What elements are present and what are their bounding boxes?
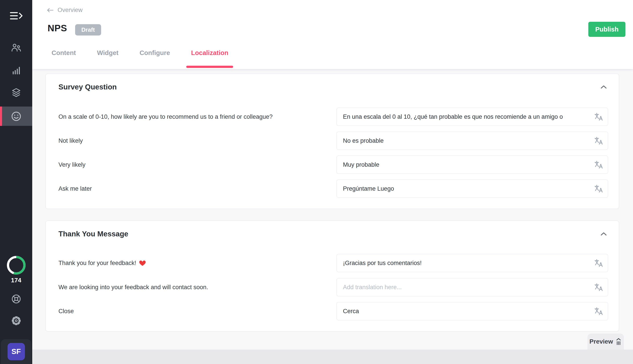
usage-progress-ring[interactable] bbox=[0, 256, 32, 275]
users-icon bbox=[11, 42, 22, 54]
survey-question-card: Survey Question On a scale of 0-10, how … bbox=[46, 74, 619, 209]
thank-you-card: Thank You Message Thank you for your fee… bbox=[46, 220, 619, 331]
tab-configure[interactable]: Configure bbox=[140, 49, 170, 70]
section-title: Thank You Message bbox=[59, 230, 128, 238]
source-text-label: Very likely bbox=[59, 161, 86, 168]
gear-settings-icon bbox=[11, 315, 22, 326]
translation-input[interactable] bbox=[336, 254, 608, 272]
translation-row: Not likely bbox=[59, 132, 608, 150]
translate-icon[interactable] bbox=[594, 258, 604, 268]
tab-localization[interactable]: Localization bbox=[191, 49, 229, 70]
avatar[interactable]: SF bbox=[8, 343, 25, 360]
translate-icon[interactable] bbox=[594, 112, 604, 122]
translate-icon[interactable] bbox=[594, 282, 604, 292]
sidebar-item-projects[interactable] bbox=[0, 86, 32, 99]
sidebar: 174 SF bbox=[0, 0, 32, 364]
bottom-strip bbox=[32, 350, 633, 364]
publish-button[interactable]: Publish bbox=[588, 22, 625, 37]
translate-icon[interactable] bbox=[594, 160, 604, 170]
back-arrow-icon[interactable] bbox=[47, 7, 54, 13]
translation-row: On a scale of 0-10, how likely are you t… bbox=[59, 108, 608, 126]
sidebar-item-surveys-active[interactable] bbox=[0, 106, 32, 126]
source-text-label: Close bbox=[59, 308, 74, 315]
bar-chart-icon bbox=[11, 65, 22, 76]
translate-icon[interactable] bbox=[594, 184, 604, 194]
translate-icon[interactable] bbox=[594, 306, 604, 316]
translation-input[interactable] bbox=[336, 278, 608, 296]
preview-toggle[interactable]: Preview bbox=[587, 334, 624, 350]
preview-label: Preview bbox=[589, 338, 613, 345]
sidebar-item-settings[interactable] bbox=[0, 315, 32, 327]
translation-input[interactable] bbox=[336, 302, 608, 320]
translation-row: Close bbox=[59, 302, 608, 320]
source-text-label: Ask me later bbox=[59, 185, 92, 192]
translation-row: We are looking into your feedback and wi… bbox=[59, 278, 608, 296]
translation-row: Ask me later bbox=[59, 180, 608, 198]
source-text-label: We are looking into your feedback and wi… bbox=[59, 284, 208, 291]
page-title: NPS bbox=[48, 23, 67, 34]
tab-content[interactable]: Content bbox=[52, 49, 76, 70]
sidebar-item-analytics[interactable] bbox=[0, 65, 32, 76]
translation-input[interactable] bbox=[336, 156, 608, 174]
tab-widget[interactable]: Widget bbox=[97, 49, 118, 70]
translation-input[interactable] bbox=[336, 108, 608, 126]
smiley-surveys-icon bbox=[11, 110, 22, 122]
translation-row: Thank you for your feedback! bbox=[59, 254, 608, 272]
expand-panel-icon bbox=[615, 338, 622, 345]
profile-container: SF bbox=[1, 339, 31, 364]
source-text-label: On a scale of 0-10, how likely are you t… bbox=[59, 114, 273, 120]
source-text-label: Thank you for your feedback! bbox=[59, 260, 146, 266]
chevron-up-icon bbox=[600, 84, 608, 90]
section-title: Survey Question bbox=[59, 83, 117, 91]
chevron-up-icon bbox=[600, 232, 608, 236]
sidebar-item-help[interactable] bbox=[0, 293, 32, 305]
tab-bar: Content Widget Configure Localization bbox=[52, 49, 228, 70]
sidebar-item-audience[interactable] bbox=[0, 42, 32, 54]
translation-input[interactable] bbox=[336, 132, 608, 150]
layers-icon bbox=[11, 87, 22, 98]
sidebar-menu-toggle[interactable] bbox=[0, 10, 32, 21]
usage-count: 174 bbox=[0, 276, 32, 284]
red-heart-icon bbox=[139, 260, 146, 266]
main-content: Survey Question On a scale of 0-10, how … bbox=[32, 69, 633, 350]
page-header: Overview NPS Draft Publish Content Widge… bbox=[32, 0, 633, 69]
translate-icon[interactable] bbox=[594, 136, 604, 146]
breadcrumb[interactable]: Overview bbox=[47, 7, 83, 14]
status-badge: Draft bbox=[75, 24, 101, 36]
lifebuoy-help-icon bbox=[11, 294, 22, 304]
collapse-section-button[interactable] bbox=[598, 83, 609, 91]
source-text-label: Not likely bbox=[59, 138, 83, 144]
breadcrumb-label[interactable]: Overview bbox=[58, 7, 83, 14]
translation-input[interactable] bbox=[336, 180, 608, 198]
hamburger-menu-icon bbox=[10, 11, 23, 20]
collapse-section-button[interactable] bbox=[598, 230, 609, 238]
translation-row: Very likely bbox=[59, 156, 608, 174]
